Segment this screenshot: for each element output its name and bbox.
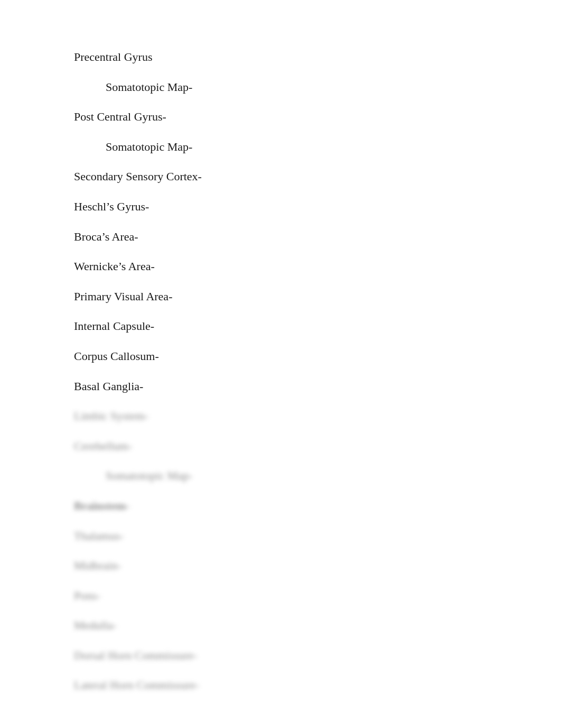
list-item-blurred-9: Dorsal Horn Commissure- xyxy=(74,641,487,671)
list-item-blurred-3: Somatotopic Map- xyxy=(74,461,487,491)
list-item-blurred-7: Pons- xyxy=(74,581,487,611)
list-item-blurred-2: Cerebellum- xyxy=(74,431,487,462)
list-item-primary-visual-area: Primary Visual Area- xyxy=(74,282,487,312)
list-item-blurred-5: Thalamus- xyxy=(74,521,487,551)
list-item-internal-capsule: Internal Capsule- xyxy=(74,311,487,342)
list-item-wernickes-area: Wernicke’s Area- xyxy=(74,252,487,282)
list-item-brocas-area: Broca’s Area- xyxy=(74,222,487,252)
list-item-somatotopic-map-1: Somatotopic Map- xyxy=(74,72,487,103)
list-item-blurred-1: Limbic System- xyxy=(74,401,487,431)
list-item-blurred-8: Medulla- xyxy=(74,611,487,641)
list-item-post-central-gyrus: Post Central Gyrus- xyxy=(74,102,487,132)
list-item-secondary-sensory-cortex: Secondary Sensory Cortex- xyxy=(74,162,487,192)
list-item-corpus-callosum: Corpus Callosum- xyxy=(74,342,487,372)
list-item-blurred-10: Lateral Horn Commissure- xyxy=(74,670,487,701)
list-item-blurred-4: Brainstem- xyxy=(74,491,487,521)
list-item-basal-ganglia: Basal Ganglia- xyxy=(74,372,487,402)
list-item-blurred-6: Midbrain- xyxy=(74,551,487,581)
list-item-precentral-gyrus: Precentral Gyrus xyxy=(74,42,487,72)
content-list: Precentral GyrusSomatotopic Map-Post Cen… xyxy=(74,42,487,701)
list-item-somatotopic-map-2: Somatotopic Map- xyxy=(74,132,487,162)
list-item-heschls-gyrus: Heschl’s Gyrus- xyxy=(74,192,487,222)
